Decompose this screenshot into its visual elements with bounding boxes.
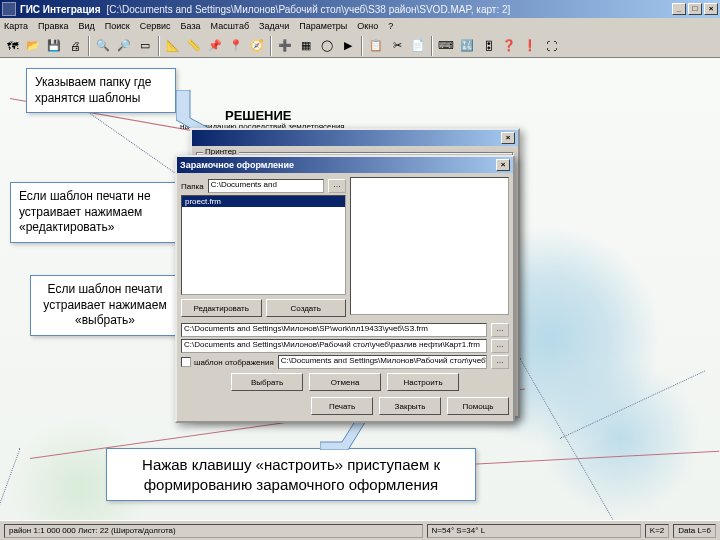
callout-edit: Если шаблон печати не устраивает нажимае… xyxy=(10,182,180,243)
folder-label: Папка xyxy=(181,182,204,191)
menu-item[interactable]: ? xyxy=(388,21,393,31)
status-bar: район 1:1 000 000 Лист: 22 (Широта/долго… xyxy=(0,520,720,540)
cancel-button[interactable]: Отмена xyxy=(309,373,381,391)
maximize-button[interactable]: □ xyxy=(688,3,702,15)
close-icon[interactable]: × xyxy=(501,132,515,144)
tool-keyboard-icon[interactable]: ⌨ xyxy=(436,36,456,56)
menu-bar: Карта Правка Вид Поиск Сервис База Масшт… xyxy=(0,18,720,34)
tool-play-icon[interactable]: ▶ xyxy=(338,36,358,56)
callout-folder: Указываем папку где хранятся шаблоны xyxy=(26,68,176,113)
status-k: K=2 xyxy=(645,524,669,538)
menu-item[interactable]: Масштаб xyxy=(211,21,250,31)
callout-select: Если шаблон печати устраивает нажимаем «… xyxy=(30,275,180,336)
close-button[interactable]: × xyxy=(704,3,718,15)
menu-item[interactable]: Окно xyxy=(357,21,378,31)
tool-zoomout-icon[interactable]: 🔎 xyxy=(114,36,134,56)
tool-full-icon[interactable]: ⛶ xyxy=(541,36,561,56)
tool-open-icon[interactable]: 📂 xyxy=(23,36,43,56)
tool-add-icon[interactable]: ➕ xyxy=(275,36,295,56)
tool-save-icon[interactable]: 💾 xyxy=(44,36,64,56)
tool-panel-icon[interactable]: 🎛 xyxy=(478,36,498,56)
menu-item[interactable]: Задачи xyxy=(259,21,289,31)
print-button[interactable]: Печать xyxy=(311,397,373,415)
status-coords: N=54° S=34° L xyxy=(427,524,641,538)
tool-marker-icon[interactable]: 📍 xyxy=(226,36,246,56)
path-field-1[interactable]: C:\Documents and Settings\Милонов\SP\wor… xyxy=(181,323,487,337)
create-button[interactable]: Создать xyxy=(266,299,347,317)
folder-field[interactable]: C:\Documents and xyxy=(208,179,324,193)
menu-item[interactable]: Поиск xyxy=(105,21,130,31)
app-icon xyxy=(2,2,16,16)
tool-symbol-icon[interactable]: 🔣 xyxy=(457,36,477,56)
tool-zoomin-icon[interactable]: 🔍 xyxy=(93,36,113,56)
menu-item[interactable]: Сервис xyxy=(140,21,171,31)
path-field-3[interactable]: C:\Documents and Settings\Милонов\Рабочи… xyxy=(278,355,487,369)
callout-setup: Нажав клавишу «настроить» приступаем к ф… xyxy=(106,448,476,501)
app-title: ГИС Интеграция xyxy=(20,4,101,15)
path-field-2[interactable]: C:\Documents and Settings\Милонов\Рабочи… xyxy=(181,339,487,353)
frame-dialog-title: Зарамочное оформление xyxy=(180,160,294,170)
tool-map-icon[interactable]: 🗺 xyxy=(2,36,22,56)
preview-pane xyxy=(350,177,509,315)
setup-button[interactable]: Настроить xyxy=(387,373,459,391)
window-titlebar: ГИС Интеграция [C:\Documents and Setting… xyxy=(0,0,720,18)
toolbar: 🗺 📂 💾 🖨 🔍 🔎 ▭ 📐 📏 📌 📍 🧭 ➕ ▦ ◯ ▶ 📋 ✂ 📄 ⌨ … xyxy=(0,34,720,58)
help-button[interactable]: Помощь xyxy=(447,397,509,415)
tool-print-icon[interactable]: 🖨 xyxy=(65,36,85,56)
browse-button[interactable]: … xyxy=(491,339,509,353)
tool-doc-icon[interactable]: 📄 xyxy=(408,36,428,56)
menu-item[interactable]: База xyxy=(181,21,201,31)
frame-dialog-titlebar[interactable]: Зарамочное оформление × xyxy=(177,157,513,173)
tool-help-icon[interactable]: ❓ xyxy=(499,36,519,56)
tool-cut-icon[interactable]: ✂ xyxy=(387,36,407,56)
tool-select-icon[interactable]: ▭ xyxy=(135,36,155,56)
template-list[interactable]: proect.frm xyxy=(181,195,346,295)
menu-item[interactable]: Вид xyxy=(79,21,95,31)
map-heading: РЕШЕНИЕ xyxy=(225,108,291,123)
close-dialog-button[interactable]: Закрыть xyxy=(379,397,441,415)
tool-circle-icon[interactable]: ◯ xyxy=(317,36,337,56)
browse-button[interactable]: … xyxy=(328,179,346,193)
tool-rect-icon[interactable]: ▦ xyxy=(296,36,316,56)
tool-clipboard-icon[interactable]: 📋 xyxy=(366,36,386,56)
doc-title: [C:\Documents and Settings\Милонов\Рабоч… xyxy=(107,4,511,15)
tool-pin-icon[interactable]: 📌 xyxy=(205,36,225,56)
status-scale: район 1:1 000 000 Лист: 22 (Широта/долго… xyxy=(4,524,423,538)
list-item[interactable]: proect.frm xyxy=(182,196,345,207)
browse-button[interactable]: … xyxy=(491,323,509,337)
tool-alert-icon[interactable]: ❗ xyxy=(520,36,540,56)
menu-item[interactable]: Правка xyxy=(38,21,68,31)
close-icon[interactable]: × xyxy=(496,159,510,171)
tool-compass-icon[interactable]: 🧭 xyxy=(247,36,267,56)
show-template-checkbox[interactable]: шаблон отображения xyxy=(181,357,274,367)
print-dialog-title[interactable]: × xyxy=(192,130,518,146)
minimize-button[interactable]: _ xyxy=(672,3,686,15)
select-button[interactable]: Выбрать xyxy=(231,373,303,391)
tool-measure-icon[interactable]: 📏 xyxy=(184,36,204,56)
tool-ruler-icon[interactable]: 📐 xyxy=(163,36,183,56)
browse-button[interactable]: … xyxy=(491,355,509,369)
edit-button[interactable]: Редактировать xyxy=(181,299,262,317)
frame-dialog: Зарамочное оформление × Папка C:\Documen… xyxy=(175,155,515,423)
menu-item[interactable]: Карта xyxy=(4,21,28,31)
menu-item[interactable]: Параметры xyxy=(299,21,347,31)
status-data: Data L=6 xyxy=(673,524,716,538)
